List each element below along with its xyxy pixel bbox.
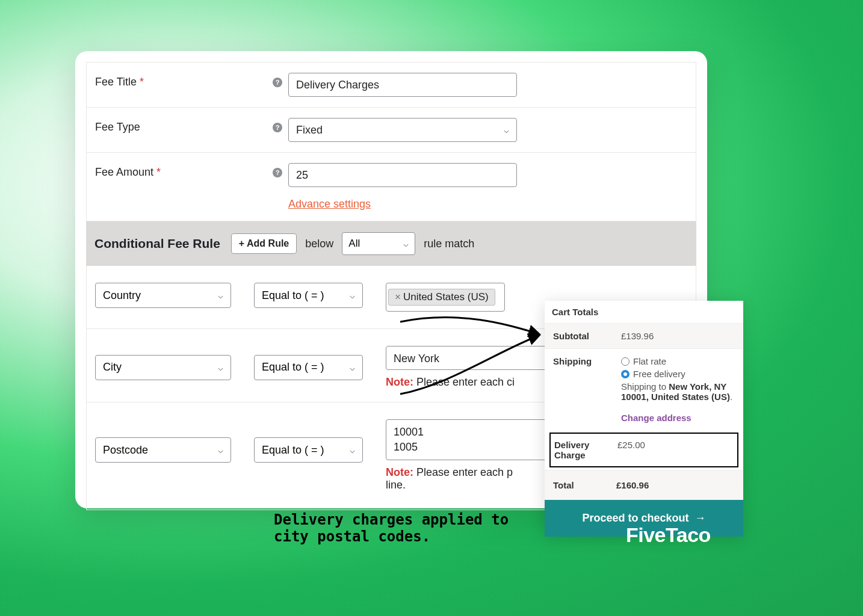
below-text: below [305, 238, 333, 250]
change-address-link[interactable]: Change address [621, 413, 735, 423]
fee-type-select[interactable]: Fixed ⌵ [288, 118, 517, 142]
conditional-rule-bar: Conditional Fee Rule + Add Rule below Al… [86, 221, 696, 266]
fee-title-input[interactable]: Delivery Charges [288, 73, 517, 97]
rule-field-select[interactable]: Postcode⌵ [95, 437, 231, 463]
rule-operator-select[interactable]: Equal to ( = )⌵ [254, 355, 363, 380]
fee-title-label: Fee Title * [95, 73, 267, 88]
delivery-charge-value: £25.00 [617, 440, 734, 460]
total-label: Total [553, 480, 616, 490]
rule-operator-select[interactable]: Equal to ( = )⌵ [254, 283, 363, 308]
fee-type-row: Fee Type ? Fixed ⌵ [87, 108, 696, 153]
delivery-charge-label: Delivery Charge [554, 440, 617, 460]
rule-match-text: rule match [424, 238, 474, 250]
postcode-input[interactable]: 10001 1005 [386, 419, 558, 460]
chevron-down-icon: ⌵ [218, 290, 223, 301]
fee-title-row: Fee Title * ? Delivery Charges [87, 63, 696, 108]
chevron-down-icon: ⌵ [218, 445, 223, 455]
cart-totals-popup: Cart Totals Subtotal £139.96 Shipping Fl… [545, 301, 743, 537]
settings-panel: Fee Title * ? Delivery Charges Fee Type … [75, 51, 707, 508]
watermark: FiveTaco [626, 523, 711, 547]
shipping-to-text: Shipping to New York, NY 10001, United S… [621, 381, 735, 402]
help-icon[interactable]: ? [273, 123, 282, 132]
caption-text: Delivery charges applied to city postal … [274, 511, 551, 545]
rule-operator-select[interactable]: Equal to ( = )⌵ [254, 437, 363, 463]
chevron-down-icon: ⌵ [350, 362, 355, 373]
add-rule-button[interactable]: + Add Rule [231, 233, 297, 254]
remove-tag-icon[interactable]: × [395, 291, 401, 303]
advance-settings-link[interactable]: Advance settings [288, 198, 371, 211]
city-note: Note: Please enter each ci [386, 376, 558, 389]
chevron-down-icon: ⌵ [403, 238, 409, 249]
postcode-note: Note: Please enter each p [386, 466, 558, 479]
fee-type-label: Fee Type [95, 118, 267, 134]
delivery-charge-box: Delivery Charge £25.00 [549, 433, 738, 467]
conditional-title: Conditional Fee Rule [94, 236, 220, 251]
help-icon[interactable]: ? [273, 78, 282, 87]
total-value: £160.96 [616, 480, 735, 490]
arrow-right-icon: → [695, 512, 706, 525]
cart-title: Cart Totals [545, 301, 743, 323]
shipping-label: Shipping [553, 356, 616, 423]
chevron-down-icon: ⌵ [218, 362, 223, 373]
rule-field-select[interactable]: Country⌵ [95, 283, 231, 308]
chevron-down-icon: ⌵ [350, 445, 355, 455]
chevron-down-icon: ⌵ [350, 290, 355, 301]
postcode-note2: line. [386, 479, 558, 491]
country-tag[interactable]: ×United States (US) [388, 289, 495, 306]
fee-amount-row: Fee Amount * ? 25 Advance settings [87, 153, 696, 221]
chevron-down-icon: ⌵ [504, 125, 509, 135]
free-delivery-radio[interactable]: Free delivery [621, 369, 735, 379]
subtotal-value: £139.96 [621, 331, 735, 341]
help-icon[interactable]: ? [273, 168, 282, 177]
rule-value-tag-input[interactable]: ×United States (US) [386, 283, 505, 312]
rule-field-select[interactable]: City⌵ [95, 355, 231, 380]
match-select[interactable]: All ⌵ [342, 232, 415, 255]
subtotal-row: Subtotal £139.96 [545, 323, 743, 348]
fee-amount-label: Fee Amount * [95, 163, 267, 179]
city-input[interactable]: New York [386, 346, 558, 370]
fee-amount-input[interactable]: 25 [288, 163, 517, 187]
fee-form: Fee Title * ? Delivery Charges Fee Type … [86, 62, 696, 221]
shipping-row: Shipping Flat rate Free delivery Shippin… [545, 348, 743, 430]
total-row: Total £160.96 [545, 470, 743, 500]
flat-rate-radio[interactable]: Flat rate [621, 356, 735, 366]
subtotal-label: Subtotal [553, 331, 616, 341]
